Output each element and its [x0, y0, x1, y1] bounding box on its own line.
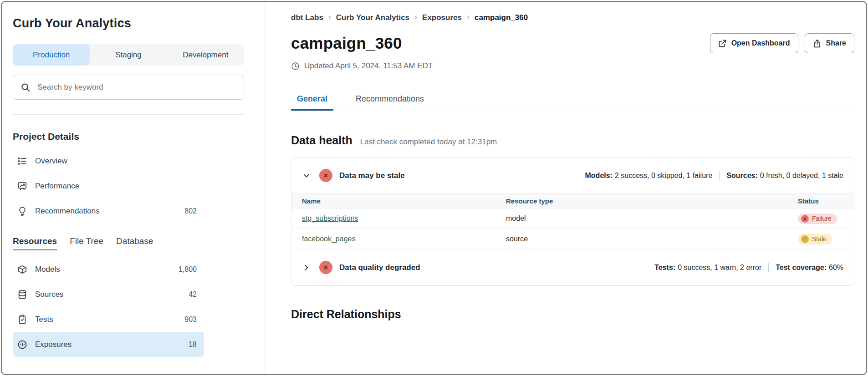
updated-text: Updated April 5, 2024, 11:53 AM EDT: [304, 61, 433, 71]
breadcrumb: dbt Labs › Curb Your Analytics › Exposur…: [291, 13, 854, 22]
x-circle-icon: [801, 215, 809, 223]
tab-recommendations[interactable]: Recommendations: [350, 94, 430, 111]
sidebar-item-overview[interactable]: Overview: [13, 148, 204, 173]
table-row: stg_subscriptions model Failure: [291, 208, 854, 229]
clipboard-check-icon: [17, 315, 27, 325]
x-circle-icon: [319, 261, 332, 274]
sidebar-item-performance[interactable]: Performance: [13, 173, 204, 198]
sidebar-item-label: Sources: [35, 290, 63, 299]
health-group-data-may-be-stale[interactable]: Data may be stale Models:2 success, 0 sk…: [291, 158, 854, 193]
summary-value: 2 success, 0 skipped, 1 failure: [615, 172, 712, 180]
summary-label: Sources:: [726, 172, 757, 180]
resource-type-cell: model: [506, 214, 798, 223]
sidebar-project-title: Curb Your Analytics: [13, 16, 245, 30]
column-header-name: Name: [302, 197, 506, 205]
sidebar-item-tests[interactable]: Tests 903: [13, 307, 204, 332]
status-badge-label: Stale: [812, 235, 827, 243]
resources-nav: Models 1,800 Sources 42 Tests 903: [13, 257, 204, 357]
search-input[interactable]: [36, 82, 236, 92]
summary-label: Models:: [585, 172, 613, 180]
tab-database[interactable]: Database: [116, 236, 153, 250]
tab-general[interactable]: General: [291, 94, 333, 111]
project-details-nav: Overview Performance Recommendations 802: [13, 148, 204, 224]
page-title: campaign_360: [291, 34, 402, 52]
column-header-resource-type: Resource type: [506, 197, 798, 205]
lightbulb-icon: [17, 206, 27, 216]
sidebar-item-exposures[interactable]: Exposures 18: [13, 332, 204, 357]
gauge-icon: [17, 340, 27, 350]
environment-tabs: Production Staging Development: [13, 44, 244, 66]
tab-file-tree[interactable]: File Tree: [70, 236, 103, 250]
page-actions: Open Dashboard Share: [710, 33, 854, 53]
env-tab-staging[interactable]: Staging: [90, 44, 167, 66]
resource-type-cell: source: [506, 235, 798, 243]
sidebar-item-models[interactable]: Models 1,800: [13, 257, 204, 282]
item-count: 1,800: [179, 265, 197, 274]
detail-tabs: General Recommendations: [291, 94, 854, 111]
share-button[interactable]: Share: [805, 33, 854, 53]
overview-list-icon: [17, 156, 27, 166]
breadcrumb-item-account[interactable]: dbt Labs: [291, 13, 323, 22]
chevron-right-icon: ›: [414, 12, 417, 22]
item-count: 18: [189, 340, 197, 349]
sidebar-search[interactable]: [13, 75, 244, 100]
sidebar-item-recommendations[interactable]: Recommendations 802: [13, 198, 204, 224]
chevron-right-icon[interactable]: [302, 263, 311, 272]
share-icon: [813, 39, 822, 48]
data-health-header: Data health Last check completed today a…: [291, 134, 854, 147]
health-group-summary: Tests:0 success, 1 warn, 2 error Test co…: [654, 263, 843, 272]
summary-value: 60%: [829, 264, 843, 272]
exclamation-circle-icon: [801, 235, 809, 243]
data-health-last-check: Last check completed today at 12:31pm: [360, 137, 497, 147]
health-group-summary: Models:2 success, 0 skipped, 1 failure S…: [585, 171, 844, 180]
performance-chart-icon: [17, 181, 27, 191]
sidebar-item-label: Performance: [35, 182, 79, 191]
item-count: 802: [184, 207, 197, 215]
status-badge-stale: Stale: [798, 234, 832, 244]
external-link-icon: [718, 39, 727, 48]
project-details-heading: Project Details: [13, 131, 245, 142]
resource-link-facebook-pages[interactable]: facebook_pages: [302, 235, 355, 243]
sidebar-item-sources[interactable]: Sources 42: [13, 282, 204, 307]
breadcrumb-item-exposures[interactable]: Exposures: [422, 13, 462, 22]
main-content: dbt Labs › Curb Your Analytics › Exposur…: [265, 2, 866, 374]
search-icon: [20, 82, 31, 92]
item-count: 903: [184, 315, 197, 324]
share-label: Share: [826, 39, 846, 47]
open-dashboard-button[interactable]: Open Dashboard: [710, 33, 798, 53]
status-badge-failure: Failure: [798, 213, 837, 224]
summary-label: Tests:: [654, 264, 675, 272]
chevron-right-icon: ›: [328, 12, 331, 22]
breadcrumb-item-current: campaign_360: [475, 13, 528, 22]
tab-resources[interactable]: Resources: [13, 236, 57, 250]
sidebar: Curb Your Analytics Production Staging D…: [2, 2, 265, 374]
env-tab-production[interactable]: Production: [13, 44, 90, 66]
data-health-heading: Data health: [291, 134, 352, 147]
summary-value: 0 fresh, 0 delayed, 1 stale: [760, 172, 843, 180]
open-dashboard-label: Open Dashboard: [731, 39, 790, 47]
resource-link-stg-subscriptions[interactable]: stg_subscriptions: [302, 214, 358, 222]
sidebar-item-label: Models: [35, 265, 60, 274]
status-badge-label: Failure: [812, 215, 832, 222]
direct-relationships-heading: Direct Relationships: [291, 308, 854, 321]
app-window: Curb Your Analytics Production Staging D…: [1, 1, 867, 375]
data-health-card: Data may be stale Models:2 success, 0 sk…: [291, 157, 854, 286]
summary-label: Test coverage:: [776, 264, 827, 272]
sidebar-item-label: Overview: [35, 157, 67, 166]
sidebar-divider: [13, 114, 244, 115]
chevron-right-icon: ›: [467, 12, 470, 22]
resource-view-tabs: Resources File Tree Database: [13, 236, 245, 250]
updated-timestamp: Updated April 5, 2024, 11:53 AM EDT: [291, 61, 854, 71]
breadcrumb-item-project[interactable]: Curb Your Analytics: [336, 13, 409, 22]
env-tab-development[interactable]: Development: [167, 44, 244, 66]
chevron-down-icon[interactable]: [302, 171, 311, 180]
health-group-title: Data quality degraded: [339, 263, 420, 272]
sidebar-item-label: Tests: [35, 315, 53, 324]
title-row: campaign_360 Open Dashboard Share: [291, 33, 854, 53]
summary-value: 0 success, 1 warn, 2 error: [678, 264, 761, 272]
health-group-data-quality-degraded[interactable]: Data quality degraded Tests:0 success, 1…: [291, 249, 854, 285]
sidebar-item-label: Exposures: [35, 340, 71, 349]
health-table-header: Name Resource type Status: [291, 193, 854, 208]
item-count: 42: [189, 290, 197, 299]
x-circle-icon: [319, 169, 332, 182]
